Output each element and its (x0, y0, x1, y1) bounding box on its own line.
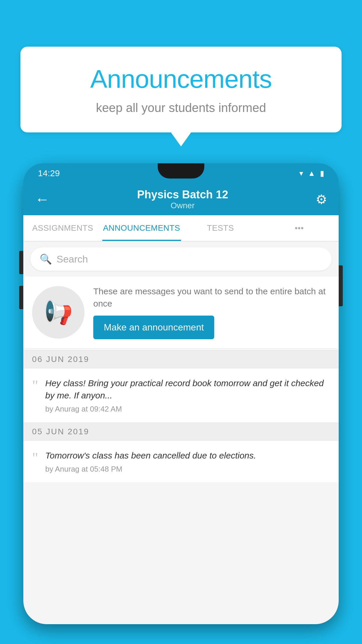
bubble-subtitle: keep all your students informed (44, 101, 318, 115)
announcement-item-1[interactable]: " Hey class! Bring your practical record… (23, 368, 339, 423)
tab-assignments[interactable]: ASSIGNMENTS (23, 215, 102, 241)
search-input[interactable]: Search (57, 253, 88, 265)
volume-up-button (19, 251, 23, 274)
speech-bubble-section: Announcements keep all your students inf… (20, 47, 342, 132)
cta-card: 📢 These are messages you want to send to… (23, 276, 339, 348)
speech-bubble: Announcements keep all your students inf… (20, 47, 342, 132)
app-bar-title: Physics Batch 12 (55, 188, 310, 201)
megaphone-circle: 📢 (32, 286, 85, 339)
quote-icon-2: " (32, 451, 38, 466)
settings-button[interactable]: ⚙ (316, 192, 327, 207)
megaphone-icon: 📢 (44, 299, 73, 326)
app-bar-title-group: Physics Batch 12 Owner (55, 188, 310, 210)
announcement-body-1: Hey class! Bring your practical record b… (45, 377, 330, 414)
search-bar[interactable]: 🔍 Search (30, 247, 332, 271)
status-bar: 14:29 ▾ ▲ ▮ (23, 163, 339, 183)
back-button[interactable]: ← (35, 191, 50, 208)
announcement-text-2: Tomorrow's class has been cancelled due … (45, 449, 330, 462)
announcement-meta-2: by Anurag at 05:48 PM (45, 465, 330, 474)
announcement-item-2[interactable]: " Tomorrow's class has been cancelled du… (23, 441, 339, 483)
phone-container: 14:29 ▾ ▲ ▮ ← Physics Batch 12 Owner ⚙ A… (23, 163, 339, 644)
power-button (339, 265, 343, 306)
bubble-title: Announcements (44, 64, 318, 94)
status-time: 14:29 (38, 168, 60, 178)
tab-bar: ASSIGNMENTS ANNOUNCEMENTS TESTS ••• (23, 215, 339, 242)
volume-down-button (19, 286, 23, 309)
tab-tests[interactable]: TESTS (181, 215, 260, 241)
announcement-text-1: Hey class! Bring your practical record b… (45, 377, 330, 402)
tab-more[interactable]: ••• (260, 215, 339, 241)
make-announcement-button[interactable]: Make an announcement (93, 316, 214, 339)
tab-announcements[interactable]: ANNOUNCEMENTS (102, 215, 181, 241)
cta-description: These are messages you want to send to t… (93, 285, 330, 310)
announcement-meta-1: by Anurag at 09:42 AM (45, 405, 330, 414)
battery-icon: ▮ (320, 169, 324, 178)
search-icon: 🔍 (40, 253, 52, 265)
announcement-body-2: Tomorrow's class has been cancelled due … (45, 449, 330, 474)
cta-right: These are messages you want to send to t… (93, 285, 330, 339)
date-separator-1: 06 JUN 2019 (23, 350, 339, 368)
date-separator-2: 05 JUN 2019 (23, 423, 339, 441)
status-icons: ▾ ▲ ▮ (299, 169, 324, 178)
phone-frame: 14:29 ▾ ▲ ▮ ← Physics Batch 12 Owner ⚙ A… (23, 163, 339, 624)
phone-content: 🔍 Search 📢 These are messages you want t… (23, 242, 339, 624)
notch (158, 163, 204, 178)
app-bar-subtitle: Owner (55, 201, 310, 210)
app-bar: ← Physics Batch 12 Owner ⚙ (23, 183, 339, 215)
wifi-icon: ▾ (299, 169, 303, 178)
signal-icon: ▲ (308, 169, 315, 178)
quote-icon-1: " (32, 378, 38, 393)
